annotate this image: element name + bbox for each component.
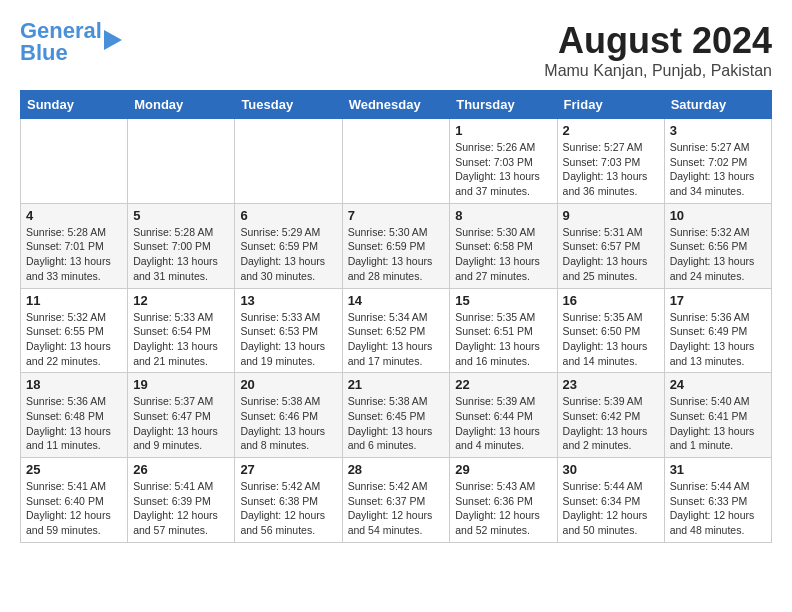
day-info: Sunrise: 5:32 AM Sunset: 6:56 PM Dayligh… <box>670 225 766 284</box>
day-info: Sunrise: 5:31 AM Sunset: 6:57 PM Dayligh… <box>563 225 659 284</box>
calendar-cell: 25Sunrise: 5:41 AM Sunset: 6:40 PM Dayli… <box>21 458 128 543</box>
day-info: Sunrise: 5:42 AM Sunset: 6:37 PM Dayligh… <box>348 479 445 538</box>
calendar-cell <box>21 119 128 204</box>
day-info: Sunrise: 5:44 AM Sunset: 6:34 PM Dayligh… <box>563 479 659 538</box>
calendar-cell: 16Sunrise: 5:35 AM Sunset: 6:50 PM Dayli… <box>557 288 664 373</box>
day-number: 25 <box>26 462 122 477</box>
day-info: Sunrise: 5:28 AM Sunset: 7:01 PM Dayligh… <box>26 225 122 284</box>
day-info: Sunrise: 5:40 AM Sunset: 6:41 PM Dayligh… <box>670 394 766 453</box>
weekday-header-thursday: Thursday <box>450 91 557 119</box>
day-number: 26 <box>133 462 229 477</box>
logo-arrow-icon <box>104 30 122 50</box>
calendar-cell: 22Sunrise: 5:39 AM Sunset: 6:44 PM Dayli… <box>450 373 557 458</box>
calendar-week-row: 4Sunrise: 5:28 AM Sunset: 7:01 PM Daylig… <box>21 203 772 288</box>
weekday-header-sunday: Sunday <box>21 91 128 119</box>
day-number: 22 <box>455 377 551 392</box>
calendar-cell: 26Sunrise: 5:41 AM Sunset: 6:39 PM Dayli… <box>128 458 235 543</box>
calendar-cell: 28Sunrise: 5:42 AM Sunset: 6:37 PM Dayli… <box>342 458 450 543</box>
calendar-cell: 30Sunrise: 5:44 AM Sunset: 6:34 PM Dayli… <box>557 458 664 543</box>
calendar-cell: 5Sunrise: 5:28 AM Sunset: 7:00 PM Daylig… <box>128 203 235 288</box>
calendar-cell: 17Sunrise: 5:36 AM Sunset: 6:49 PM Dayli… <box>664 288 771 373</box>
day-info: Sunrise: 5:41 AM Sunset: 6:39 PM Dayligh… <box>133 479 229 538</box>
day-number: 17 <box>670 293 766 308</box>
calendar-cell: 19Sunrise: 5:37 AM Sunset: 6:47 PM Dayli… <box>128 373 235 458</box>
calendar-cell: 9Sunrise: 5:31 AM Sunset: 6:57 PM Daylig… <box>557 203 664 288</box>
day-info: Sunrise: 5:43 AM Sunset: 6:36 PM Dayligh… <box>455 479 551 538</box>
calendar-cell: 14Sunrise: 5:34 AM Sunset: 6:52 PM Dayli… <box>342 288 450 373</box>
calendar-cell: 24Sunrise: 5:40 AM Sunset: 6:41 PM Dayli… <box>664 373 771 458</box>
calendar-cell: 21Sunrise: 5:38 AM Sunset: 6:45 PM Dayli… <box>342 373 450 458</box>
day-number: 8 <box>455 208 551 223</box>
day-number: 30 <box>563 462 659 477</box>
day-number: 13 <box>240 293 336 308</box>
calendar-cell: 11Sunrise: 5:32 AM Sunset: 6:55 PM Dayli… <box>21 288 128 373</box>
day-info: Sunrise: 5:42 AM Sunset: 6:38 PM Dayligh… <box>240 479 336 538</box>
day-info: Sunrise: 5:27 AM Sunset: 7:03 PM Dayligh… <box>563 140 659 199</box>
logo-text: General Blue <box>20 20 102 64</box>
day-info: Sunrise: 5:34 AM Sunset: 6:52 PM Dayligh… <box>348 310 445 369</box>
day-number: 28 <box>348 462 445 477</box>
calendar-cell: 15Sunrise: 5:35 AM Sunset: 6:51 PM Dayli… <box>450 288 557 373</box>
day-info: Sunrise: 5:33 AM Sunset: 6:54 PM Dayligh… <box>133 310 229 369</box>
day-number: 15 <box>455 293 551 308</box>
calendar-cell: 7Sunrise: 5:30 AM Sunset: 6:59 PM Daylig… <box>342 203 450 288</box>
calendar-cell: 23Sunrise: 5:39 AM Sunset: 6:42 PM Dayli… <box>557 373 664 458</box>
month-year-title: August 2024 <box>544 20 772 62</box>
day-number: 14 <box>348 293 445 308</box>
title-section: August 2024 Mamu Kanjan, Punjab, Pakista… <box>544 20 772 80</box>
day-info: Sunrise: 5:27 AM Sunset: 7:02 PM Dayligh… <box>670 140 766 199</box>
day-number: 19 <box>133 377 229 392</box>
calendar-table: SundayMondayTuesdayWednesdayThursdayFrid… <box>20 90 772 543</box>
day-number: 7 <box>348 208 445 223</box>
calendar-cell: 13Sunrise: 5:33 AM Sunset: 6:53 PM Dayli… <box>235 288 342 373</box>
day-number: 29 <box>455 462 551 477</box>
day-info: Sunrise: 5:36 AM Sunset: 6:49 PM Dayligh… <box>670 310 766 369</box>
day-info: Sunrise: 5:26 AM Sunset: 7:03 PM Dayligh… <box>455 140 551 199</box>
calendar-cell: 20Sunrise: 5:38 AM Sunset: 6:46 PM Dayli… <box>235 373 342 458</box>
day-number: 27 <box>240 462 336 477</box>
calendar-cell: 18Sunrise: 5:36 AM Sunset: 6:48 PM Dayli… <box>21 373 128 458</box>
day-info: Sunrise: 5:39 AM Sunset: 6:42 PM Dayligh… <box>563 394 659 453</box>
header: General Blue August 2024 Mamu Kanjan, Pu… <box>20 20 772 80</box>
calendar-cell: 29Sunrise: 5:43 AM Sunset: 6:36 PM Dayli… <box>450 458 557 543</box>
calendar-week-row: 25Sunrise: 5:41 AM Sunset: 6:40 PM Dayli… <box>21 458 772 543</box>
calendar-week-row: 1Sunrise: 5:26 AM Sunset: 7:03 PM Daylig… <box>21 119 772 204</box>
day-number: 11 <box>26 293 122 308</box>
day-number: 2 <box>563 123 659 138</box>
day-number: 20 <box>240 377 336 392</box>
calendar-cell <box>235 119 342 204</box>
day-info: Sunrise: 5:37 AM Sunset: 6:47 PM Dayligh… <box>133 394 229 453</box>
location-subtitle: Mamu Kanjan, Punjab, Pakistan <box>544 62 772 80</box>
weekday-header-friday: Friday <box>557 91 664 119</box>
weekday-header-tuesday: Tuesday <box>235 91 342 119</box>
day-info: Sunrise: 5:30 AM Sunset: 6:59 PM Dayligh… <box>348 225 445 284</box>
day-number: 1 <box>455 123 551 138</box>
day-info: Sunrise: 5:44 AM Sunset: 6:33 PM Dayligh… <box>670 479 766 538</box>
calendar-cell: 12Sunrise: 5:33 AM Sunset: 6:54 PM Dayli… <box>128 288 235 373</box>
day-info: Sunrise: 5:28 AM Sunset: 7:00 PM Dayligh… <box>133 225 229 284</box>
day-number: 16 <box>563 293 659 308</box>
weekday-header-saturday: Saturday <box>664 91 771 119</box>
calendar-cell <box>128 119 235 204</box>
day-info: Sunrise: 5:38 AM Sunset: 6:46 PM Dayligh… <box>240 394 336 453</box>
day-number: 24 <box>670 377 766 392</box>
day-number: 12 <box>133 293 229 308</box>
day-number: 10 <box>670 208 766 223</box>
day-info: Sunrise: 5:32 AM Sunset: 6:55 PM Dayligh… <box>26 310 122 369</box>
day-info: Sunrise: 5:39 AM Sunset: 6:44 PM Dayligh… <box>455 394 551 453</box>
weekday-header-monday: Monday <box>128 91 235 119</box>
calendar-cell: 8Sunrise: 5:30 AM Sunset: 6:58 PM Daylig… <box>450 203 557 288</box>
day-info: Sunrise: 5:35 AM Sunset: 6:51 PM Dayligh… <box>455 310 551 369</box>
day-number: 31 <box>670 462 766 477</box>
calendar-cell: 10Sunrise: 5:32 AM Sunset: 6:56 PM Dayli… <box>664 203 771 288</box>
calendar-cell: 27Sunrise: 5:42 AM Sunset: 6:38 PM Dayli… <box>235 458 342 543</box>
day-info: Sunrise: 5:41 AM Sunset: 6:40 PM Dayligh… <box>26 479 122 538</box>
day-number: 9 <box>563 208 659 223</box>
day-info: Sunrise: 5:38 AM Sunset: 6:45 PM Dayligh… <box>348 394 445 453</box>
calendar-cell <box>342 119 450 204</box>
day-info: Sunrise: 5:36 AM Sunset: 6:48 PM Dayligh… <box>26 394 122 453</box>
day-number: 5 <box>133 208 229 223</box>
day-number: 4 <box>26 208 122 223</box>
calendar-cell: 6Sunrise: 5:29 AM Sunset: 6:59 PM Daylig… <box>235 203 342 288</box>
calendar-week-row: 11Sunrise: 5:32 AM Sunset: 6:55 PM Dayli… <box>21 288 772 373</box>
